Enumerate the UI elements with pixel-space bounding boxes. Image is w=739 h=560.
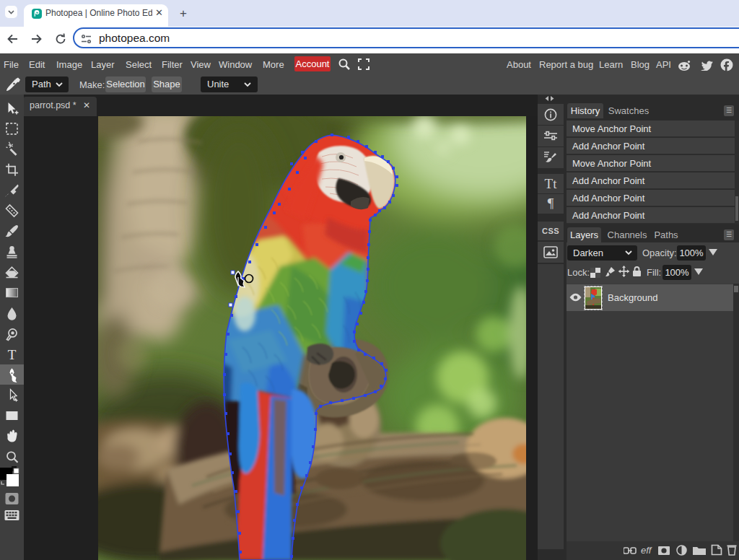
svg-text:T: T — [8, 347, 17, 362]
